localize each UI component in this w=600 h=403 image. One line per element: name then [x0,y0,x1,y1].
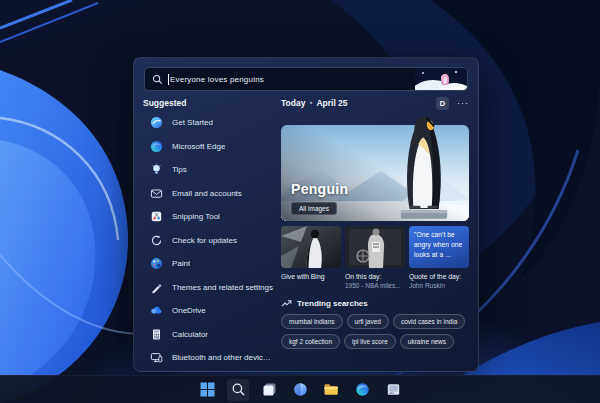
trending-pill[interactable]: ipl live score [344,334,396,349]
search-icon[interactable] [227,379,249,401]
edge-icon [150,140,163,153]
suggested-heading: Suggested [143,98,186,108]
quote-card: "One can't be angry when one looks at a … [409,226,469,268]
quote-text: "One can't be angry when one looks at a … [409,226,469,265]
user-avatar[interactable]: D [436,97,449,110]
search-icon [152,74,163,85]
themes-icon [150,281,163,294]
suggested-item-label: Calculator [172,330,208,339]
suggested-item-label: Tips [172,165,187,174]
give-with-bing-image [281,226,341,268]
suggested-item-get-started[interactable]: Get Started [142,111,274,135]
suggested-item-tips[interactable]: Tips [142,158,274,182]
suggested-item-label: Microsoft Edge [172,142,225,151]
card-caption-2: John Ruskin [409,281,469,290]
suggested-item-themes[interactable]: Themes and related settings [142,276,274,300]
paint-icon [150,257,163,270]
hero-title: Penguin [291,181,348,197]
tips-icon [150,163,163,176]
all-images-button[interactable]: All images [291,202,337,215]
today-label: Today [281,98,305,108]
more-options-icon[interactable]: ··· [457,99,469,107]
suggested-item-paint[interactable]: Paint [142,252,274,276]
hero-card-penguin[interactable]: Penguin All images [281,125,469,221]
card-on-this-day[interactable]: On this day: 1950 - NBA miles... [345,226,405,290]
suggested-item-onedrive[interactable]: OneDrive [142,299,274,323]
search-flyout-panel: Everyone loves penguins Suggested Get St… [133,57,479,372]
trending-pill[interactable]: ukraine news [400,334,454,349]
task-view-icon[interactable] [258,379,280,401]
app-window-icon[interactable] [382,379,404,401]
suggested-item-check-updates[interactable]: Check for updates [142,229,274,253]
calculator-icon [150,328,163,341]
trending-pill[interactable]: covid cases in india [393,314,465,329]
suggested-item-calculator[interactable]: Calculator [142,323,274,347]
bluetooth-devices-icon [150,351,163,364]
suggested-item-label: Email and accounts [172,189,242,198]
get-started-icon [150,116,163,129]
suggested-item-label: OneDrive [172,306,206,315]
card-caption: Quote of the day: [409,272,469,281]
widgets-icon[interactable] [289,379,311,401]
edge-icon[interactable] [351,379,373,401]
search-query-text: Everyone loves penguins [170,75,264,84]
on-this-day-image [345,226,405,268]
suggested-item-label: Get Started [172,118,213,127]
card-give-with-bing[interactable]: Give with Bing [281,226,341,290]
suggested-list: Get Started Microsoft Edge Tips Email an… [142,111,274,370]
suggested-item-microsoft-edge[interactable]: Microsoft Edge [142,135,274,159]
file-explorer-icon[interactable] [320,379,342,401]
trending-title: Trending searches [297,299,368,308]
trending-searches-section: Trending searches mumbai indians urfi ja… [281,298,469,349]
trending-pill[interactable]: kgf 2 collection [281,334,340,349]
trending-icon [281,298,292,308]
text-caret [168,74,169,85]
email-icon [150,187,163,200]
snipping-tool-icon [150,210,163,223]
suggested-item-label: Snipping Tool [172,212,220,221]
suggested-item-email-accounts[interactable]: Email and accounts [142,182,274,206]
suggested-item-label: Themes and related settings [172,283,273,292]
card-caption: Give with Bing [281,272,341,281]
card-caption: On this day: [345,272,405,281]
trending-pill[interactable]: urfi javed [347,314,389,329]
onedrive-icon [150,304,163,317]
date-value: April 25 [316,98,347,108]
suggested-item-snipping-tool[interactable]: Snipping Tool [142,205,274,229]
card-quote-of-the-day[interactable]: "One can't be angry when one looks at a … [409,226,469,290]
trending-pills: mumbai indians urfi javed covid cases in… [281,314,469,349]
suggested-item-label: Bluetooth and other devices sett... [172,353,274,362]
suggested-item-label: Paint [172,259,190,268]
search-box-penguin-decoration [415,68,467,90]
search-highlights-content: Today • April 25 D ··· [281,96,469,349]
suggested-item-label: Check for updates [172,236,237,245]
taskbar [0,375,600,403]
penguin-photo-cutout [395,112,453,221]
date-heading: Today • April 25 [281,98,348,108]
card-caption-2: 1950 - NBA miles... [345,281,405,290]
windows-start-icon[interactable] [196,379,218,401]
search-input[interactable]: Everyone loves penguins [144,67,468,91]
date-separator: • [309,98,312,108]
info-cards-row: Give with Bing On this da [281,226,469,290]
trending-pill[interactable]: mumbai indians [281,314,343,329]
suggested-item-bluetooth-devices[interactable]: Bluetooth and other devices sett... [142,346,274,370]
update-icon [150,234,163,247]
